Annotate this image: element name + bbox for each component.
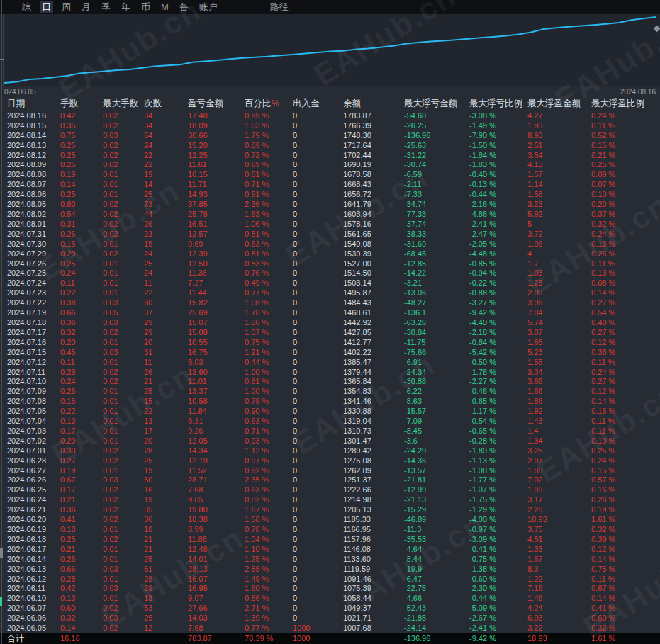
table-row[interactable]: 2024.06.050.140.02127.680.77 %10001007.6… [0, 623, 660, 633]
table-cell: 1.23 [527, 278, 591, 287]
table-row[interactable]: 2024.08.090.250.022211.610.69 %01690.19-… [0, 160, 660, 170]
table-row[interactable]: 2024.07.260.250.012512.500.83 %01527.00-… [0, 259, 660, 269]
menu-item-M[interactable]: M [159, 1, 171, 13]
menu-item-备[interactable]: 备 [177, 1, 191, 13]
menu-item-日[interactable]: 日 [40, 1, 53, 13]
path-button[interactable]: 路径 [270, 1, 289, 13]
table-row[interactable]: 2024.08.080.190.011910.150.61 %01678.58-… [0, 169, 660, 179]
menu-item-季[interactable]: 季 [99, 1, 113, 13]
table-row[interactable]: 2024.07.220.380.033015.821.08 %01484.43-… [0, 298, 660, 307]
table-row[interactable]: 2024.08.060.250.012514.930.91 %01656.72-… [0, 189, 660, 199]
table-row[interactable]: 2024.07.240.110.01117.270.49 %01503.14-3… [0, 278, 660, 288]
table-row[interactable]: 2024.07.030.170.01179.260.71 %01310.73-8… [0, 426, 660, 436]
table-cell: 3.34 [527, 368, 591, 376]
table-row[interactable]: 2024.06.200.410.023618.381.58 %01185.33-… [0, 514, 660, 524]
table-row[interactable]: 2024.06.060.320.032514.031.39 %01021.71-… [0, 613, 660, 623]
table-row[interactable]: 2024.06.130.660.035128.132.58 %01119.59-… [0, 564, 660, 574]
table-row[interactable]: 2024.06.120.280.012816.071.49 %01091.46-… [0, 574, 660, 584]
table-row[interactable]: 2024.07.040.130.01138.310.63 %01319.04-7… [0, 416, 660, 426]
column-header[interactable]: 百分比% [245, 98, 293, 110]
table-row[interactable]: 2024.06.240.210.02199.850.82 %01214.98-2… [0, 495, 660, 504]
equity-curve-chart[interactable] [0, 14, 660, 86]
table-cell: -136.96 [404, 131, 469, 140]
table-row[interactable]: 2024.07.090.250.012513.371.00 %01354.83-… [0, 386, 660, 396]
table-cell: -1.83 % [469, 160, 527, 169]
table-row[interactable]: 2024.06.270.190.011911.520.92 %01262.89-… [0, 465, 660, 475]
table-cell: 1.57 [527, 555, 591, 563]
menu-item-币[interactable]: 币 [139, 1, 152, 13]
table-cell: 0 [293, 121, 343, 130]
column-header[interactable]: 最大浮亏金额 [404, 98, 469, 110]
table-row[interactable]: 2024.07.180.360.032915.071.06 %01442.92-… [0, 317, 660, 327]
chart-start-date: 024.06.05 [4, 88, 36, 96]
table-row[interactable]: 2024.06.260.670.035028.712.35 %01251.37-… [0, 475, 660, 485]
column-header[interactable]: 余额 [343, 98, 404, 110]
table-row[interactable]: 2024.06.180.250.022111.881.04 %01157.96-… [0, 534, 660, 544]
table-row[interactable]: 2024.08.020.540.024425.781.63 %01603.94-… [0, 209, 660, 219]
table-cell: 10.55 [188, 338, 245, 346]
table-row[interactable]: 2024.06.100.130.01139.070.86 %01058.44-4… [0, 593, 660, 603]
table-row[interactable]: 2024.06.250.170.02167.680.63 %01222.66-1… [0, 485, 660, 495]
table-cell: 21 [144, 545, 188, 553]
table-cell: 0.02 [103, 456, 144, 465]
table-row[interactable]: 2024.06.110.420.032916.951.60 %01075.39-… [0, 584, 660, 594]
column-header[interactable]: 最大浮盈金额 [527, 98, 591, 110]
table-row[interactable]: 2024.08.130.250.022415.200.89 %01717.64-… [0, 140, 660, 150]
table-row[interactable]: 2024.07.290.290.022412.390.81 %01539.39-… [0, 249, 660, 259]
column-header[interactable]: 最大浮亏比例 [469, 98, 527, 110]
column-header[interactable]: 最大手数 [103, 98, 144, 110]
table-cell: 0.08 % [591, 278, 660, 287]
table-row[interactable]: 2024.07.150.450.033116.751.21 %01402.22-… [0, 347, 660, 357]
table-row[interactable]: 2024.07.010.300.022814.341.12 %01289.42-… [0, 446, 660, 456]
table-row[interactable]: 2024.08.010.310.022616.511.06 %01578.16-… [0, 219, 660, 229]
table-cell: 0.92 % [245, 466, 293, 475]
column-header[interactable]: 最大浮盈比例 [591, 98, 660, 110]
column-header[interactable]: 手数 [60, 98, 103, 110]
table-row[interactable]: 2024.06.190.180.01188.990.78 %01166.95-1… [0, 524, 660, 534]
table-row[interactable]: 2024.07.110.280.022613.601.00 %01379.44-… [0, 367, 660, 377]
table-row[interactable]: 2024.08.150.350.023418.091.03 %01766.39-… [0, 120, 660, 130]
menu-item-年[interactable]: 年 [119, 1, 133, 13]
table-row[interactable]: 2024.08.160.420.023417.480.99 %01783.87-… [0, 111, 660, 120]
table-cell: 0.26 [60, 230, 103, 238]
table-cell: 13 [144, 417, 188, 425]
menu-item-账户[interactable]: 账户 [197, 1, 220, 13]
table-row[interactable]: 2024.07.300.150.01159.690.63 %01549.08-3… [0, 239, 660, 249]
column-header[interactable]: 日期 [0, 98, 60, 110]
menu-item-周[interactable]: 周 [60, 1, 73, 13]
table-row[interactable]: 2024.06.170.210.012112.481.10 %01146.08-… [0, 544, 660, 554]
table-row[interactable]: 2024.07.170.320.022915.081.07 %01427.85-… [0, 327, 660, 337]
table-cell: 1.33 [527, 545, 591, 553]
table-cell: 0.11 % [591, 259, 660, 268]
table-row[interactable]: 2024.07.120.110.01116.030.44 %01385.47-6… [0, 357, 660, 367]
table-row[interactable]: 2024.08.140.750.035430.661.79 %01748.30-… [0, 130, 660, 140]
table-row[interactable]: 2024.07.310.260.022312.570.81 %01561.65-… [0, 229, 660, 239]
table-row[interactable]: 2024.07.080.150.011510.580.79 %01341.46-… [0, 396, 660, 406]
table-cell: -1.07 % [469, 485, 527, 494]
table-row[interactable]: 2024.06.070.600.025327.662.71 %01049.37-… [0, 603, 660, 613]
table-row[interactable]: 2024.07.050.220.012211.840.90 %01330.88-… [0, 406, 660, 416]
table-row[interactable]: 2024.06.210.360.023519.801.67 %01205.13-… [0, 504, 660, 514]
table-row[interactable]: 2024.07.190.660.053725.691.78 %01468.61-… [0, 307, 660, 317]
column-header[interactable]: 出入金 [293, 98, 343, 110]
table-row[interactable]: 2024.07.020.200.012012.050.93 %01301.47-… [0, 436, 660, 446]
column-header[interactable]: 次数 [144, 98, 188, 110]
table-row[interactable]: 2024.07.250.240.012411.360.76 %01514.50-… [0, 269, 660, 278]
table-cell: 1.10 % [245, 545, 293, 553]
table-cell: 9.69 [188, 239, 245, 248]
menu-item-月[interactable]: 月 [79, 1, 93, 13]
table-row[interactable]: 2024.08.120.250.022212.250.72 %01702.44-… [0, 150, 660, 160]
table-row[interactable]: 2024.08.050.800.027337.852.36 %01641.79-… [0, 199, 660, 209]
table-cell: 0.27 % [591, 298, 660, 307]
table-row[interactable]: 2024.07.230.220.012211.440.77 %01495.87-… [0, 288, 660, 298]
table-row[interactable]: 2024.06.280.270.022512.190.97 %01275.08-… [0, 456, 660, 465]
table-row[interactable]: 2024.06.140.250.012514.011.25 %01133.60-… [0, 554, 660, 564]
table-row[interactable]: 2024.07.100.240.022111.010.81 %01365.84-… [0, 376, 660, 386]
menu-item-综[interactable]: 综 [20, 1, 33, 13]
table-cell: 20 [144, 436, 188, 445]
table-cell: 0 [293, 495, 343, 504]
column-header[interactable]: 盈亏金额 [188, 98, 245, 110]
scrollbar-position-marker[interactable] [0, 548, 3, 558]
table-row[interactable]: 2024.07.160.200.012010.550.75 %01412.77-… [0, 337, 660, 347]
table-row[interactable]: 2024.08.070.140.011411.710.71 %01668.43-… [0, 179, 660, 189]
